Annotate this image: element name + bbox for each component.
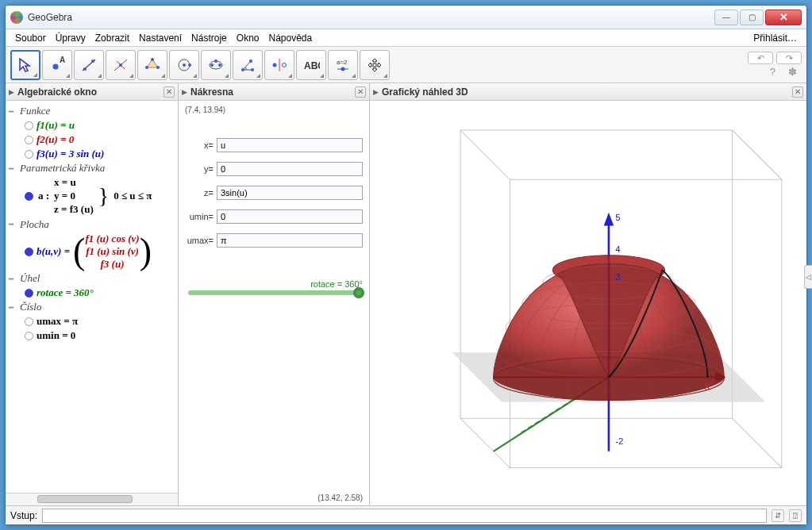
- input-bar: Vstup: ⇵ ⍰: [6, 505, 806, 524]
- toolbar: A ABC a=2 ↶ ↷ ? ✽: [6, 47, 806, 83]
- rotace-slider[interactable]: [188, 290, 360, 295]
- help-icon[interactable]: ?: [765, 66, 780, 78]
- umax-input[interactable]: [217, 233, 363, 248]
- visibility-toggle[interactable]: [25, 317, 33, 326]
- tree-toggle[interactable]: ━: [9, 220, 17, 229]
- tool-perpendicular[interactable]: [106, 50, 136, 80]
- num-umax[interactable]: umax = π: [37, 315, 78, 328]
- tool-slider[interactable]: a=2: [328, 50, 358, 80]
- svg-point-16: [218, 63, 221, 67]
- canvas-menu-toggle[interactable]: ▶: [182, 88, 187, 96]
- app-window: GeoGebra — ▢ ✕ Soubor Úpravy Zobrazit Na…: [5, 5, 807, 525]
- z-input[interactable]: [217, 186, 363, 200]
- visibility-toggle[interactable]: [25, 332, 33, 340]
- input-dropdown-icon[interactable]: ⇵: [772, 509, 784, 522]
- tool-move-view[interactable]: [360, 50, 390, 80]
- menu-nastroje[interactable]: Nástroje: [187, 31, 232, 45]
- algebra-hscroll[interactable]: [6, 493, 178, 505]
- svg-text:5: 5: [615, 213, 620, 222]
- y-input[interactable]: [217, 162, 363, 176]
- settings-icon[interactable]: ✽: [783, 66, 802, 78]
- tool-reflect[interactable]: [264, 50, 294, 80]
- func-f3[interactable]: f3(u) = 3 sin (u): [37, 148, 104, 160]
- content-area: ▶ Algebraické okno ✕ ━Funkce f1(u) = u f…: [6, 83, 806, 505]
- input-help-icon[interactable]: ⍰: [789, 509, 802, 522]
- algebra-close-icon[interactable]: ✕: [164, 86, 175, 98]
- undo-button[interactable]: ↶: [748, 52, 773, 64]
- visibility-toggle[interactable]: [25, 136, 33, 144]
- algebra-tree: ━Funkce f1(u) = u f2(u) = 0 f3(u) = 3 si…: [6, 101, 178, 493]
- func-f2[interactable]: f2(u) = 0: [37, 133, 74, 146]
- menu-soubor[interactable]: Soubor: [10, 31, 51, 45]
- canvas-title: Nákresna: [190, 86, 352, 98]
- tool-move[interactable]: [10, 50, 40, 80]
- svg-text:A: A: [60, 56, 65, 64]
- tool-circle[interactable]: [169, 50, 199, 80]
- svg-point-3: [83, 67, 87, 71]
- view3d-canvas[interactable]: 5 4 3 -2 3: [370, 101, 806, 505]
- tool-ellipse[interactable]: [201, 50, 231, 80]
- input-label: Vstup:: [10, 510, 37, 521]
- tree-toggle[interactable]: ━: [9, 303, 17, 312]
- visibility-toggle[interactable]: [25, 248, 33, 256]
- title-bar: GeoGebra — ▢ ✕: [6, 6, 806, 29]
- 3d-scene: 5 4 3 -2 3: [370, 101, 806, 505]
- tool-point[interactable]: A: [42, 50, 72, 80]
- svg-text:4: 4: [615, 244, 621, 254]
- svg-point-10: [145, 66, 148, 69]
- surface-b[interactable]: b(u,v) = ( f1 (u) cos (v) f1 (u) sin (v)…: [9, 232, 175, 272]
- svg-point-17: [214, 60, 217, 63]
- menu-upravy[interactable]: Úpravy: [51, 31, 90, 45]
- tree-toggle[interactable]: ━: [9, 275, 17, 283]
- tree-toggle[interactable]: ━: [9, 164, 17, 173]
- umin-label: umin=: [185, 212, 214, 221]
- slider-knob[interactable]: [353, 287, 364, 298]
- svg-text:3: 3: [704, 382, 709, 392]
- redo-button[interactable]: ↷: [776, 52, 802, 64]
- canvas-close-icon[interactable]: ✕: [355, 86, 366, 98]
- umax-label: umax=: [185, 236, 214, 245]
- svg-point-0: [53, 63, 59, 69]
- right-sidebar-tab[interactable]: ◁: [804, 265, 812, 289]
- tool-angle[interactable]: [233, 50, 263, 80]
- umin-input[interactable]: [217, 209, 363, 224]
- svg-text:3: 3: [615, 272, 620, 282]
- menu-zobrazit[interactable]: Zobrazit: [90, 31, 134, 45]
- svg-point-9: [156, 66, 160, 69]
- algebra-title: Algebraické okno: [17, 86, 160, 98]
- app-icon: [10, 11, 23, 24]
- view3d-close-icon[interactable]: ✕: [792, 86, 803, 98]
- svg-point-7: [119, 63, 122, 67]
- x-input[interactable]: [217, 138, 363, 152]
- view3d-menu-toggle[interactable]: ▶: [373, 88, 379, 96]
- close-button[interactable]: ✕: [765, 10, 802, 25]
- num-umin[interactable]: umin = 0: [37, 329, 75, 342]
- menu-nastaveni[interactable]: Nastavení: [134, 31, 187, 45]
- menu-napoveda[interactable]: Nápověda: [264, 31, 317, 45]
- visibility-toggle[interactable]: [25, 121, 33, 130]
- svg-point-20: [249, 60, 252, 63]
- menu-okno[interactable]: Okno: [232, 31, 264, 45]
- visibility-toggle[interactable]: [25, 192, 33, 201]
- algebra-menu-toggle[interactable]: ▶: [9, 88, 14, 96]
- svg-point-15: [210, 63, 214, 67]
- svg-text:a=2: a=2: [337, 59, 348, 66]
- minimize-button[interactable]: —: [714, 10, 738, 25]
- curve-a[interactable]: a : x = u y = 0 z = f3 (u) } 0 ≤ u ≤ π: [9, 175, 175, 217]
- tool-line[interactable]: [74, 50, 104, 80]
- coords-bottom-right: (13.42, 2.58): [317, 494, 363, 502]
- menu-login[interactable]: Přihlásit…: [749, 31, 802, 45]
- angle-rotace[interactable]: rotace = 360°: [37, 286, 94, 299]
- visibility-toggle[interactable]: [25, 150, 33, 159]
- func-f1[interactable]: f1(u) = u: [37, 119, 75, 132]
- command-input[interactable]: [42, 509, 767, 523]
- maximize-button[interactable]: ▢: [740, 10, 764, 25]
- tree-toggle[interactable]: ━: [9, 107, 17, 116]
- tool-text[interactable]: ABC: [296, 50, 326, 80]
- tool-polygon[interactable]: [137, 50, 167, 80]
- canvas-panel: ▶ Nákresna ✕ (7.4, 13.94) x= y= z= umin=…: [179, 83, 370, 505]
- canvas-body[interactable]: (7.4, 13.94) x= y= z= umin= umax= rotace…: [179, 101, 369, 505]
- z-label: z=: [185, 188, 214, 198]
- svg-point-19: [251, 68, 254, 71]
- visibility-toggle[interactable]: [25, 289, 33, 298]
